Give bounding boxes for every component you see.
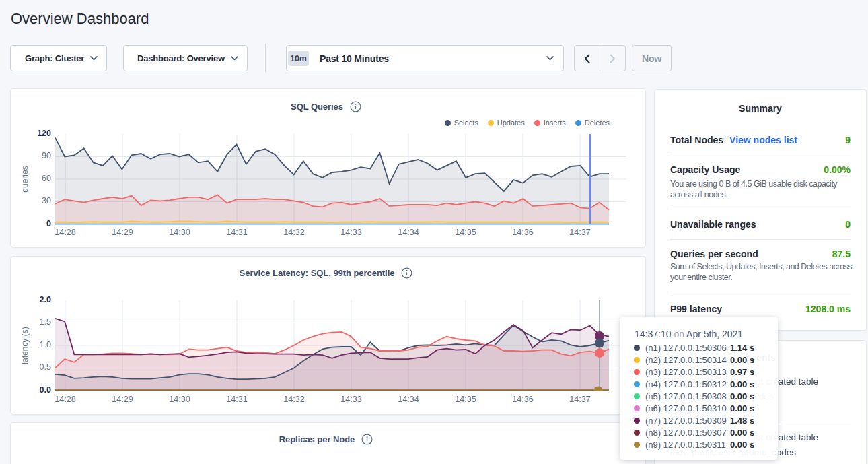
svg-text:1.5: 1.5 xyxy=(40,317,51,327)
svg-text:30: 30 xyxy=(42,196,51,205)
svg-text:14:36: 14:36 xyxy=(512,395,533,404)
svg-text:14:35: 14:35 xyxy=(455,228,476,237)
svg-text:14:30: 14:30 xyxy=(169,395,190,404)
svg-text:14:30: 14:30 xyxy=(169,228,190,237)
svg-text:0: 0 xyxy=(46,219,51,228)
svg-text:14:28: 14:28 xyxy=(55,228,75,237)
svg-text:14:34: 14:34 xyxy=(398,228,419,237)
svg-text:14:29: 14:29 xyxy=(112,395,133,404)
svg-text:120: 120 xyxy=(37,129,51,138)
svg-text:2.0: 2.0 xyxy=(40,295,51,304)
svg-text:0.5: 0.5 xyxy=(40,362,51,372)
svg-text:0.0: 0.0 xyxy=(40,385,51,395)
svg-text:90: 90 xyxy=(42,151,51,160)
svg-text:queries: queries xyxy=(20,166,30,192)
svg-text:14:32: 14:32 xyxy=(283,395,304,404)
svg-text:14:33: 14:33 xyxy=(340,395,361,404)
svg-text:14:36: 14:36 xyxy=(512,228,533,237)
svg-text:60: 60 xyxy=(42,174,51,183)
svg-text:14:34: 14:34 xyxy=(398,395,419,404)
svg-text:14:33: 14:33 xyxy=(340,228,361,237)
svg-text:14:37: 14:37 xyxy=(569,395,590,404)
svg-text:1.0: 1.0 xyxy=(40,340,51,350)
svg-text:14:31: 14:31 xyxy=(226,228,247,237)
svg-text:14:28: 14:28 xyxy=(55,395,75,404)
svg-text:14:31: 14:31 xyxy=(226,395,247,404)
svg-text:14:35: 14:35 xyxy=(455,395,476,404)
svg-text:latency (s): latency (s) xyxy=(20,327,30,364)
svg-text:14:29: 14:29 xyxy=(112,228,133,237)
svg-text:14:37: 14:37 xyxy=(569,228,590,237)
svg-text:14:32: 14:32 xyxy=(283,228,304,237)
